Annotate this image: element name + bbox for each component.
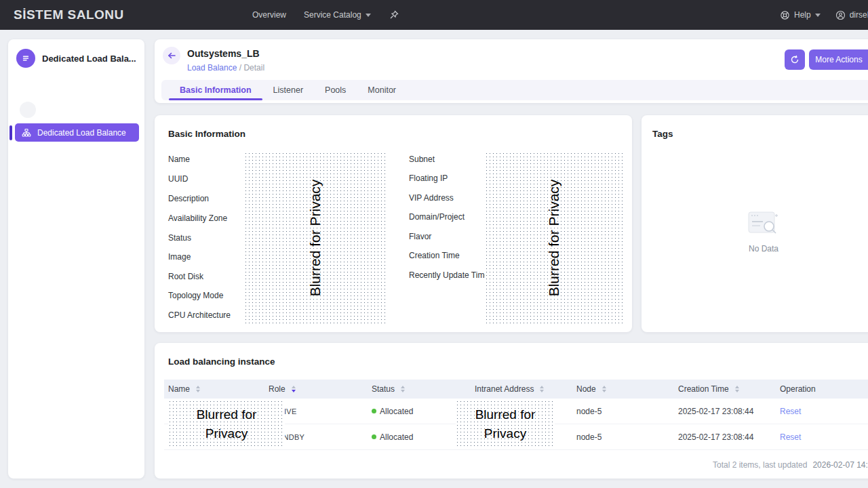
field-label-availability-zone: Availability Zone: [168, 214, 227, 223]
field-label-vip-address: VIP Address: [409, 193, 454, 203]
field-label-floating-ip: Floating IP: [409, 174, 448, 183]
cell-creation-time: 2025-02-17 23:08:44: [674, 432, 776, 442]
field-label-recently-update-time: Recently Update Time: [409, 270, 489, 280]
collapsed-group-icon: [20, 102, 36, 118]
reset-link[interactable]: Reset: [780, 432, 801, 442]
page: { "accent_color": "#7857e8", "status_gre…: [0, 0, 868, 488]
sort-icon-active-desc[interactable]: [292, 386, 296, 392]
no-data-icon: [748, 210, 779, 235]
sidebar-group-title: Dedicated Load Bala...: [42, 54, 136, 64]
sidebar-item-dedicated-load-balance[interactable]: Dedicated Load Balance: [15, 123, 139, 142]
tab-listener[interactable]: Listener: [262, 80, 314, 100]
page-title: Outsystems_LB: [187, 48, 260, 59]
breadcrumb-link[interactable]: Load Balance: [187, 63, 237, 73]
tab-monitor[interactable]: Monitor: [357, 80, 407, 100]
breadcrumb: Load Balance / Detail: [187, 63, 264, 73]
instances-title: Load balancing instance: [168, 357, 275, 367]
tab-basic-information[interactable]: Basic Information: [169, 80, 262, 100]
field-label-uuid: UUID: [168, 174, 188, 184]
avatar-icon: [835, 10, 846, 20]
sort-icon[interactable]: [196, 386, 200, 392]
instances-card: Load balancing instance Name Role Status…: [155, 343, 868, 479]
field-label-flavor: Flavor: [409, 232, 431, 241]
column-header-operation: Operation: [776, 384, 857, 394]
field-label-cpu-architecture: CPU Architecture: [168, 310, 231, 320]
sort-icon[interactable]: [735, 386, 739, 392]
pin-icon: [389, 9, 399, 20]
nav-service-catalog[interactable]: Service Catalog: [304, 10, 371, 20]
field-label-description: Description: [168, 194, 209, 203]
sort-icon[interactable]: [540, 386, 544, 392]
pin-button[interactable]: [389, 9, 399, 20]
field-label-topology-mode: Topology Mode: [168, 291, 223, 300]
cell-node: node-5: [572, 407, 674, 416]
cell-creation-time: 2025-02-17 23:08:44: [674, 407, 776, 416]
brand-logo: SİSTEM SALONU: [14, 0, 124, 30]
sort-icon[interactable]: [401, 386, 405, 392]
sort-icon[interactable]: [602, 386, 606, 392]
table-footer: Total 2 items, last updated2026-02-07 14…: [713, 460, 868, 470]
service-list-icon: [16, 49, 35, 68]
tags-card: Tags No Data: [642, 115, 868, 332]
top-nav: Overview Service Catalog: [252, 0, 399, 30]
field-label-creation-time: Creation Time: [409, 251, 460, 260]
no-data-text: No Data: [749, 244, 778, 253]
column-header-status[interactable]: Status: [368, 384, 471, 394]
load-balancer-icon: [22, 128, 31, 138]
field-label-image: Image: [168, 252, 191, 262]
table-header: Name Role Status Intranet Address Node C…: [164, 380, 868, 399]
more-actions-button[interactable]: More Actions: [809, 49, 868, 70]
field-label-status: Status: [168, 233, 191, 243]
nav-overview[interactable]: Overview: [252, 10, 286, 20]
sidebar-item-label: Dedicated Load Balance: [37, 128, 126, 138]
field-label-subnet: Subnet: [409, 155, 435, 164]
chevron-down-icon: [815, 14, 821, 17]
basic-information-card: Basic Information Name UUID Description …: [155, 115, 632, 332]
back-button[interactable]: [163, 47, 180, 64]
user-menu[interactable]: dirsehan: [835, 10, 868, 20]
sidebar: Dedicated Load Bala... Dedicated Load Ba…: [8, 39, 144, 479]
tab-bar: Basic Information Listener Pools Monitor: [161, 80, 868, 100]
sidebar-group-header: Dedicated Load Bala...: [8, 39, 144, 72]
column-header-intranet-address[interactable]: Intranet Address: [471, 384, 572, 394]
refresh-button[interactable]: [785, 49, 805, 70]
arrow-left-icon: [167, 51, 176, 60]
privacy-blur-name-column: Blurred for Privacy: [168, 400, 285, 449]
basic-information-title: Basic Information: [168, 129, 245, 139]
field-label-domain-project: Domain/Project: [409, 212, 465, 222]
help-menu[interactable]: Help: [780, 10, 821, 20]
chevron-down-icon: [366, 14, 371, 17]
column-header-creation-time[interactable]: Creation Time: [674, 384, 776, 394]
column-header-name[interactable]: Name: [164, 384, 264, 394]
top-bar-right: Help dirsehan: [780, 0, 868, 30]
status-dot: [372, 409, 376, 413]
field-label-name: Name: [168, 155, 190, 164]
column-header-node[interactable]: Node: [572, 384, 674, 394]
cell-node: node-5: [572, 432, 674, 442]
help-icon: [780, 10, 790, 20]
tags-title: Tags: [652, 129, 673, 139]
active-item-indicator: [9, 125, 12, 140]
column-header-role[interactable]: Role: [264, 384, 368, 394]
privacy-blur-right: Blurred for Privacy: [485, 152, 624, 324]
detail-header: Outsystems_LB Load Balance / Detail More…: [155, 39, 868, 103]
status-dot: [372, 434, 376, 439]
field-label-root-disk: Root Disk: [168, 272, 203, 281]
refresh-icon: [790, 55, 800, 64]
tab-pools[interactable]: Pools: [314, 80, 357, 100]
top-bar: SİSTEM SALONU Overview Service Catalog H…: [0, 0, 868, 30]
privacy-blur-left: Blurred for Privacy: [244, 152, 387, 324]
privacy-blur-intranet-column: Blurred for Privacy: [456, 400, 555, 449]
reset-link[interactable]: Reset: [780, 407, 801, 416]
tags-empty-state: No Data: [642, 210, 868, 253]
